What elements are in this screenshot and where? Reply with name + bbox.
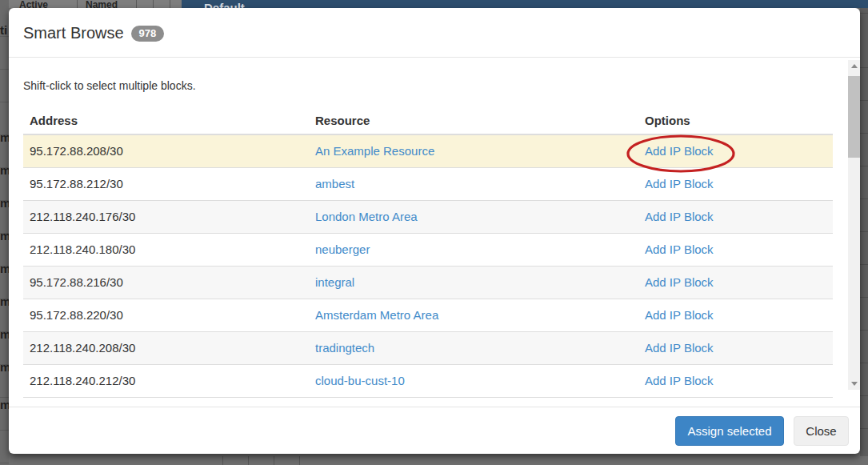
table-row[interactable]: 95.172.88.212/30 ambest Add IP Block bbox=[23, 168, 833, 201]
divider bbox=[77, 0, 78, 8]
options-cell: Add IP Block bbox=[638, 168, 833, 201]
background-topbar: Active Named Default bbox=[0, 0, 868, 8]
arrow-down-icon bbox=[851, 382, 858, 386]
right-edge-strip bbox=[860, 8, 868, 456]
address-cell[interactable]: 212.118.240.180/30 bbox=[23, 234, 309, 267]
add-ip-block-link[interactable]: Add IP Block bbox=[645, 210, 714, 223]
table-row[interactable]: 212.118.240.212/30 cloud-bu-cust-10 Add … bbox=[23, 365, 833, 398]
divider bbox=[153, 0, 154, 8]
address-cell[interactable]: 212.118.240.208/30 bbox=[23, 332, 309, 365]
table-row[interactable]: 212.118.240.208/30 tradingtech Add IP Bl… bbox=[23, 332, 833, 365]
resource-link[interactable]: tradingtech bbox=[315, 341, 374, 355]
divider bbox=[299, 456, 300, 465]
divider bbox=[248, 456, 249, 465]
address-cell[interactable]: 212.118.240.212/30 bbox=[23, 365, 309, 398]
divider bbox=[274, 456, 274, 465]
assign-selected-button[interactable]: Assign selected bbox=[675, 416, 784, 446]
resource-link[interactable]: cloud-bu-cust-10 bbox=[315, 374, 405, 387]
resource-cell: integral bbox=[309, 267, 638, 299]
scrollbar-thumb[interactable] bbox=[848, 76, 860, 158]
smart-browse-modal: Smart Browse 978 Shift-click to select m… bbox=[9, 8, 860, 454]
background-banner-bar: Default bbox=[182, 0, 868, 8]
add-ip-block-link[interactable]: Add IP Block bbox=[645, 374, 714, 387]
resource-cell: Amsterdam Metro Area bbox=[309, 299, 638, 332]
table-row[interactable]: 212.118.240.180/30 neuberger Add IP Bloc… bbox=[23, 234, 833, 267]
add-ip-block-link[interactable]: Add IP Block bbox=[645, 308, 714, 322]
footer-divider bbox=[9, 407, 860, 407]
resource-link[interactable]: An Example Resource bbox=[315, 144, 434, 158]
vertical-scrollbar[interactable] bbox=[848, 60, 860, 390]
options-cell: Add IP Block bbox=[638, 134, 833, 168]
options-cell: Add IP Block bbox=[638, 201, 833, 234]
resource-link[interactable]: ambest bbox=[315, 177, 354, 190]
table-row[interactable]: 95.172.88.208/30 An Example Resource Add… bbox=[23, 134, 833, 168]
hint-text: Shift-click to select multiple blocks. bbox=[23, 79, 196, 92]
options-column-header: Options bbox=[638, 108, 833, 134]
address-cell[interactable]: 95.172.88.208/30 bbox=[23, 134, 309, 168]
table-row[interactable]: 95.172.88.220/30 Amsterdam Metro Area Ad… bbox=[23, 299, 833, 332]
address-column-header: Address bbox=[23, 108, 309, 134]
resource-cell: tradingtech bbox=[309, 332, 638, 365]
divider bbox=[136, 0, 137, 8]
add-ip-block-link[interactable]: Add IP Block bbox=[645, 177, 714, 190]
scroll-down-button[interactable] bbox=[848, 378, 860, 390]
resource-link[interactable]: Amsterdam Metro Area bbox=[315, 308, 438, 322]
address-cell[interactable]: 95.172.88.216/30 bbox=[23, 267, 309, 299]
address-cell[interactable]: 95.172.88.220/30 bbox=[23, 299, 309, 332]
scroll-up-button[interactable] bbox=[848, 60, 860, 72]
arrow-up-icon bbox=[851, 64, 858, 68]
close-button[interactable]: Close bbox=[794, 416, 849, 446]
background-table-header: Active Named bbox=[0, 0, 182, 8]
options-cell: Add IP Block bbox=[638, 234, 833, 267]
resource-link[interactable]: neuberger bbox=[315, 243, 370, 256]
address-cell[interactable]: 212.118.240.176/30 bbox=[23, 201, 309, 234]
options-cell: Add IP Block bbox=[638, 299, 833, 332]
resource-link[interactable]: integral bbox=[315, 275, 354, 289]
modal-header: Smart Browse 978 bbox=[9, 8, 860, 58]
table-body: 95.172.88.208/30 An Example Resource Add… bbox=[23, 134, 833, 398]
resource-link[interactable]: London Metro Area bbox=[315, 210, 418, 223]
resource-cell: London Metro Area bbox=[309, 201, 638, 234]
add-ip-block-link[interactable]: Add IP Block bbox=[645, 144, 714, 158]
resource-cell: An Example Resource bbox=[309, 134, 638, 168]
table-header-row: Address Resource Options bbox=[23, 108, 833, 134]
resource-cell: ambest bbox=[309, 168, 638, 201]
ip-blocks-table: Address Resource Options 95.172.88.208/3… bbox=[23, 108, 833, 398]
table-row[interactable]: 95.172.88.216/30 integral Add IP Block bbox=[23, 267, 833, 299]
resource-cell: neuberger bbox=[309, 234, 638, 267]
bottom-edge-strip bbox=[0, 456, 868, 465]
options-cell: Add IP Block bbox=[638, 365, 833, 398]
count-badge: 978 bbox=[131, 26, 165, 42]
options-cell: Add IP Block bbox=[638, 267, 833, 299]
resource-column-header: Resource bbox=[309, 108, 638, 134]
add-ip-block-link[interactable]: Add IP Block bbox=[645, 243, 714, 256]
modal-title: Smart Browse bbox=[23, 24, 124, 42]
options-cell: Add IP Block bbox=[638, 332, 833, 365]
divider bbox=[170, 0, 170, 8]
add-ip-block-link[interactable]: Add IP Block bbox=[645, 275, 714, 289]
divider bbox=[222, 456, 223, 465]
left-edge-strip: timmmmmmmmm bbox=[0, 0, 9, 465]
table-row[interactable]: 212.118.240.176/30 London Metro Area Add… bbox=[23, 201, 833, 234]
background-text-fragment: ti bbox=[0, 25, 7, 36]
add-ip-block-link[interactable]: Add IP Block bbox=[645, 341, 714, 355]
resource-cell: cloud-bu-cust-10 bbox=[309, 365, 638, 398]
address-cell[interactable]: 95.172.88.212/30 bbox=[23, 168, 309, 201]
